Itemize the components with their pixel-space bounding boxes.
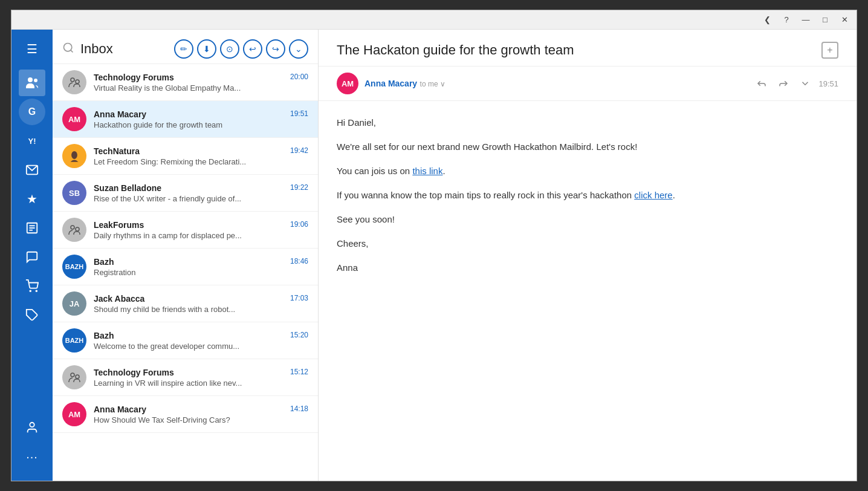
sidebar-icon-tags[interactable]	[19, 302, 45, 328]
avatar	[62, 144, 86, 168]
svg-point-10	[30, 423, 34, 427]
sidebar-icon-google[interactable]: G	[19, 99, 45, 125]
email-meta: Technology Forums 15:12	[94, 368, 308, 377]
forward-list-button[interactable]: ↪	[266, 39, 285, 59]
svg-point-1	[34, 79, 37, 82]
avatar: AM	[62, 107, 86, 131]
email-sender: Bazh	[94, 257, 114, 267]
maximize-button[interactable]: □	[818, 13, 832, 27]
email-subject: Registration	[94, 268, 308, 277]
email-time: 20:00	[290, 73, 308, 82]
email-item[interactable]: AM Anna Macary 19:51 Hackathon guide for…	[53, 101, 318, 138]
sender-name: Anna Macary	[364, 79, 417, 88]
more-list-button[interactable]: ⌄	[289, 39, 308, 59]
email-content: TechNatura 19:42 Let Freedom Sing: Remix…	[94, 146, 308, 166]
compose-button[interactable]: ✏	[174, 39, 193, 59]
reply-button[interactable]	[753, 75, 770, 92]
avatar: BAZH	[62, 328, 86, 353]
back-button[interactable]: ❮	[760, 13, 774, 27]
email-time: 19:22	[290, 183, 308, 193]
reply-all-button[interactable]: ↩	[243, 39, 262, 59]
email-item[interactable]: TechNatura 19:42 Let Freedom Sing: Remix…	[53, 138, 318, 175]
sidebar-icon-people[interactable]	[19, 70, 45, 96]
message-meta-bar: AM Anna Macary to me ∨ 19:51	[319, 67, 857, 101]
sidebar-icon-shopping[interactable]	[19, 273, 45, 299]
sidebar-icon-yahoo[interactable]: Y!	[19, 128, 45, 154]
avatar: BAZH	[62, 255, 86, 279]
sidebar-icon-inbox[interactable]	[19, 157, 45, 183]
download-button[interactable]: ⬇	[197, 39, 216, 59]
email-time: 19:51	[290, 109, 308, 119]
email-sender: TechNatura	[94, 146, 140, 156]
email-content: LeakForums 19:06 Daily rhythms in a camp…	[94, 220, 308, 240]
email-subject: Rise of the UX writer - a friendly guide…	[94, 194, 308, 203]
email-item[interactable]: BAZH Bazh 15:20 Welcome to the great dev…	[53, 322, 318, 359]
email-sender: Anna Macary	[94, 109, 146, 119]
email-item[interactable]: AM Anna Macary 14:18 How Should We Tax S…	[53, 396, 318, 433]
email-meta: Anna Macary 19:51	[94, 109, 308, 119]
svg-point-15	[71, 151, 77, 159]
body-signature: Anna	[337, 261, 838, 275]
email-subject: Learning in VR will inspire action like …	[94, 379, 308, 388]
inbox-title: Inbox	[80, 41, 168, 57]
email-item[interactable]: JA Jack Abacca 17:03 Should my child be …	[53, 285, 318, 322]
forward-button[interactable]	[775, 75, 792, 92]
sidebar-icon-profile[interactable]	[19, 414, 45, 441]
svg-point-8	[36, 290, 37, 291]
email-sender: Suzan Belladone	[94, 183, 161, 193]
email-list: Technology Forums 20:00 Virtual Reality …	[53, 64, 318, 481]
email-time: 19:06	[290, 220, 308, 230]
email-list-header: Inbox ✏ ⬇ ⊙ ↩ ↪ ⌄	[53, 30, 318, 64]
minimize-button[interactable]: —	[798, 13, 813, 27]
sidebar-icon-drafts[interactable]	[19, 215, 45, 241]
email-item[interactable]: SB Suzan Belladone 19:22 Rise of the UX …	[53, 175, 318, 212]
email-subject: Let Freedom Sing: Remixing the Declarati…	[94, 157, 308, 166]
email-time: 15:12	[290, 368, 308, 377]
email-meta: LeakForums 19:06	[94, 220, 308, 230]
sidebar-icon-feed[interactable]	[19, 244, 45, 270]
email-item[interactable]: Technology Forums 15:12 Learning in VR w…	[53, 359, 318, 396]
email-sender: Jack Abacca	[94, 294, 144, 304]
svg-point-16	[71, 226, 74, 229]
avatar	[62, 365, 86, 389]
reading-header: The Hackaton guide for the growth team +	[319, 30, 857, 67]
filter-button[interactable]: ⊙	[220, 39, 239, 59]
avatar	[62, 70, 86, 94]
body-line4: See you soon!	[337, 212, 838, 227]
avatar: SB	[62, 181, 86, 205]
hamburger-menu-icon[interactable]: ☰	[19, 36, 45, 62]
body-line5: Cheers,	[337, 236, 838, 251]
message-more-button[interactable]	[797, 75, 814, 92]
email-sender: Anna Macary	[94, 405, 146, 414]
close-button[interactable]: ✕	[837, 13, 852, 27]
reading-title: The Hackaton guide for the growth team	[337, 42, 814, 58]
email-sender: Bazh	[94, 331, 114, 340]
sender-avatar: AM	[337, 73, 358, 94]
email-content: Bazh 18:46 Registration	[94, 257, 308, 277]
email-item[interactable]: LeakForums 19:06 Daily rhythms in a camp…	[53, 212, 318, 249]
app-window: ❮ ? — □ ✕ ☰ G Y! ★	[11, 10, 857, 481]
this-link[interactable]: this link	[412, 166, 442, 176]
svg-point-19	[76, 375, 79, 379]
sender-to[interactable]: to me ∨	[420, 80, 445, 88]
email-content: Technology Forums 15:12 Learning in VR w…	[94, 368, 308, 388]
sidebar-icon-star[interactable]: ★	[19, 186, 45, 212]
email-toolbar: ✏ ⬇ ⊙ ↩ ↪ ⌄	[174, 39, 308, 59]
email-time: 17:03	[290, 294, 308, 304]
reading-pane: The Hackaton guide for the growth team +…	[319, 30, 857, 481]
help-button[interactable]: ?	[779, 13, 794, 27]
sidebar-icon-more[interactable]: ···	[19, 443, 45, 470]
greeting: Hi Daniel,	[337, 115, 838, 130]
add-to-calendar-button[interactable]: +	[821, 42, 838, 59]
email-meta: Bazh 18:46	[94, 257, 308, 267]
click-here-link[interactable]: click here	[634, 190, 672, 200]
search-icon[interactable]	[62, 42, 74, 57]
email-meta: Jack Abacca 17:03	[94, 294, 308, 304]
avatar: JA	[62, 291, 86, 316]
email-item[interactable]: BAZH Bazh 18:46 Registration	[53, 249, 318, 285]
app-body: ☰ G Y! ★	[11, 30, 857, 481]
svg-point-0	[28, 77, 33, 82]
svg-point-18	[71, 373, 74, 377]
email-item[interactable]: Technology Forums 20:00 Virtual Reality …	[53, 64, 318, 101]
message-body: Hi Daniel, We're all set for our next br…	[319, 101, 857, 481]
